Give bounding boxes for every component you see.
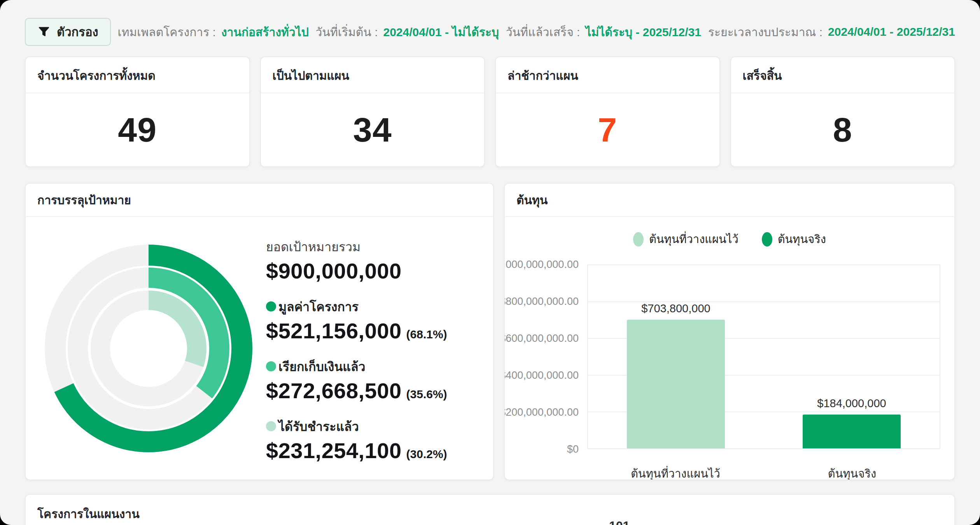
goal-item-project-value-pct: (68.1%) <box>406 328 447 341</box>
x-label-planned-cost: ต้นทุนที่วางแผนไว้ <box>587 465 764 480</box>
cost-panel: ต้นทุน ต้นทุนที่วางแผนไว้ ต้นทุนจริง $1,… <box>504 183 955 480</box>
filter-bar: ตัวกรอง เทมเพลตโครงการ : งานก่อสร้างทั่ว… <box>25 17 955 47</box>
actual-cost-legend-label: ต้นทุนจริง <box>778 230 826 248</box>
filter-button-label: ตัวกรอง <box>57 22 98 42</box>
goal-item-project-value-label: มูลค่าโครงการ <box>278 297 359 317</box>
goal-total-value: $900,000,000 <box>266 258 447 284</box>
filter-finish-date: วันที่แล้วเสร็จ : ไม่ได้ระบุ - 2025/12/3… <box>506 23 701 41</box>
goal-item-billed-pct: (35.6%) <box>406 388 447 401</box>
planned-cost-legend-dot-icon <box>633 232 644 247</box>
card-finished-value: 8 <box>731 93 955 166</box>
y-tick-label: $400,000,000.00 <box>504 369 579 382</box>
bar-slot-actual-cost: $184,000,000 <box>764 265 940 448</box>
card-on-plan-title: เป็นไปตามแผน <box>261 57 485 93</box>
filter-template: เทมเพลตโครงการ : งานก่อสร้างทั่วไป <box>117 23 308 41</box>
filter-template-label: เทมเพลตโครงการ : <box>117 23 215 41</box>
plot-area: $703,800,000 $184,000,000 <box>587 264 940 449</box>
card-on-plan: เป็นไปตามแผน 34 <box>260 56 485 167</box>
stat-cards-row: จำนวนโครงการทั้งหมด 49 เป็นไปตามแผน 34 ล… <box>25 56 955 167</box>
card-delayed-title: ล่าช้ากว่าแผน <box>496 57 719 93</box>
card-total-projects-title: จำนวนโครงการทั้งหมด <box>26 57 249 93</box>
projects-panel-title: โครงการในแผนงาน <box>26 495 954 525</box>
y-tick-label: $200,000,000.00 <box>504 406 579 418</box>
actual-cost-bar-value: $184,000,000 <box>817 397 886 410</box>
main-row: การบรรลุเป้าหมาย ยอดเป้าหมายรวม $900,000… <box>25 183 955 480</box>
dashboard-app: ตัวกรอง เทมเพลตโครงการ : งานก่อสร้างทั่ว… <box>0 0 980 525</box>
planned-cost-bar-value: $703,800,000 <box>641 302 710 315</box>
card-delayed-value: 7 <box>496 93 719 166</box>
filter-start-date: วันที่เริ่มต้น : 2024/04/01 - ไม่ได้ระบุ <box>316 23 499 41</box>
actual-cost-legend-dot-icon <box>762 232 772 247</box>
card-finished-title: เสร็จสิ้น <box>731 57 955 93</box>
goal-panel-content: ยอดเป้าหมายรวม $900,000,000 มูลค่าโครงกา… <box>26 217 493 480</box>
cost-panel-title: ต้นทุน <box>505 184 954 217</box>
goal-item-billed: เรียกเก็บเงินแล้ว $272,668,500 (35.6%) <box>266 357 447 403</box>
planned-cost-legend-label: ต้นทุนที่วางแผนไว้ <box>649 230 738 248</box>
filter-start-date-label: วันที่เริ่มต้น : <box>316 23 378 41</box>
goal-item-project-value-amount: $521,156,000 <box>266 318 402 343</box>
card-delayed: ล่าช้ากว่าแผน 7 <box>495 56 720 167</box>
filter-finish-date-label: วันที่แล้วเสร็จ : <box>506 23 580 41</box>
cost-chart-legend: ต้นทุนที่วางแผนไว้ ต้นทุนจริง <box>505 230 954 248</box>
goal-item-project-value: มูลค่าโครงการ $521,156,000 (68.1%) <box>266 297 447 343</box>
project-value-dot-icon <box>266 301 276 312</box>
y-tick-label: $800,000,000.00 <box>504 296 579 308</box>
card-finished: เสร็จสิ้น 8 <box>730 56 956 167</box>
bar-slot-planned-cost: $703,800,000 <box>588 265 764 448</box>
x-label-actual-cost: ต้นทุนจริง <box>764 465 940 480</box>
card-on-plan-value: 34 <box>261 93 485 166</box>
filter-start-date-value: 2024/04/01 - ไม่ได้ระบุ <box>383 23 499 41</box>
goal-achievement-panel: การบรรลุเป้าหมาย ยอดเป้าหมายรวม $900,000… <box>25 183 494 480</box>
y-tick-label: $0 <box>567 443 579 455</box>
goal-item-paid: ได้รับชำระแล้ว $231,254,100 (30.2%) <box>266 416 447 463</box>
partial-count-text: 101 <box>609 519 630 525</box>
filter-budget-period: ระยะเวลางบประมาณ : 2024/04/01 - 2025/12/… <box>708 23 955 41</box>
goal-item-paid-label: ได้รับชำระแล้ว <box>278 416 359 436</box>
y-axis: $1,000,000,000.00$800,000,000.00$600,000… <box>505 264 587 449</box>
goal-panel-title: การบรรลุเป้าหมาย <box>26 184 493 217</box>
filter-template-value: งานก่อสร้างทั่วไป <box>221 23 309 41</box>
billed-dot-icon <box>266 361 276 371</box>
goal-donut-chart[interactable] <box>44 243 254 453</box>
goal-item-billed-label: เรียกเก็บเงินแล้ว <box>278 357 366 376</box>
filter-button[interactable]: ตัวกรอง <box>25 18 111 46</box>
y-tick-label: $600,000,000.00 <box>504 332 579 345</box>
cost-bar-chart: $1,000,000,000.00$800,000,000.00$600,000… <box>505 264 954 480</box>
legend-item-actual-cost[interactable]: ต้นทุนจริง <box>762 230 826 248</box>
goal-item-paid-pct: (30.2%) <box>406 448 447 461</box>
goal-item-billed-amount: $272,668,500 <box>266 378 402 403</box>
filter-funnel-icon <box>37 25 51 38</box>
actual-cost-bar[interactable] <box>803 415 901 448</box>
y-tick-label: $1,000,000,000.00 <box>504 259 579 271</box>
planned-cost-bar[interactable] <box>627 320 725 448</box>
card-total-projects-value: 49 <box>26 93 249 166</box>
paid-dot-icon <box>266 421 276 431</box>
filter-budget-period-value: 2024/04/01 - 2025/12/31 <box>828 25 955 38</box>
goal-item-paid-amount: $231,254,100 <box>266 438 402 463</box>
goal-total-block: ยอดเป้าหมายรวม $900,000,000 <box>266 237 447 284</box>
projects-in-plan-panel: โครงการในแผนงาน 101 <box>25 494 955 525</box>
goal-total-label: ยอดเป้าหมายรวม <box>266 237 447 257</box>
filter-finish-date-value: ไม่ได้ระบุ - 2025/12/31 <box>585 23 701 41</box>
goal-stats: ยอดเป้าหมายรวม $900,000,000 มูลค่าโครงกา… <box>266 234 447 463</box>
card-total-projects: จำนวนโครงการทั้งหมด 49 <box>25 56 250 167</box>
filter-budget-period-label: ระยะเวลางบประมาณ : <box>708 23 822 41</box>
legend-item-planned-cost[interactable]: ต้นทุนที่วางแผนไว้ <box>633 230 738 248</box>
